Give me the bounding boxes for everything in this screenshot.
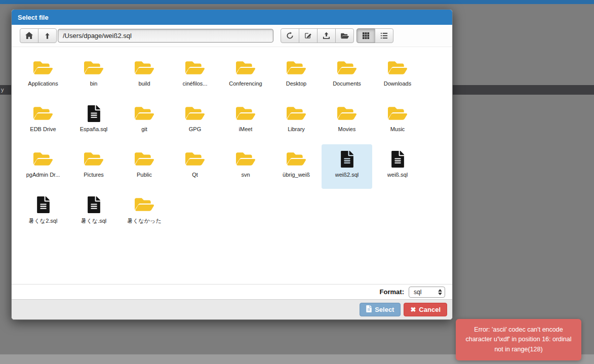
folder-item[interactable]: git (119, 99, 170, 143)
folder-item[interactable]: cinéfilos... (170, 53, 220, 98)
file-name-label: Qt (192, 172, 198, 178)
folder-icon (287, 103, 306, 122)
app-header-bar (0, 0, 594, 4)
folder-icon (287, 149, 306, 168)
file-icon (391, 149, 404, 168)
upload-button[interactable] (317, 28, 336, 43)
folder-item[interactable]: Downloads (372, 53, 423, 98)
folder-icon (287, 58, 306, 76)
file-name-label: git (141, 126, 147, 132)
folder-icon (33, 58, 53, 76)
folder-icon (135, 58, 154, 76)
folder-icon (236, 58, 255, 76)
grid-view-button[interactable] (357, 28, 375, 43)
format-label: Format: (380, 288, 404, 296)
refresh-button[interactable] (281, 28, 299, 43)
up-button[interactable] (38, 28, 57, 43)
file-name-label: Music (390, 126, 405, 132)
error-toast: Error: 'ascii' codec can't encode charac… (456, 319, 581, 360)
path-input[interactable] (58, 29, 273, 43)
cancel-button[interactable]: ✖ Cancel (404, 303, 447, 316)
folder-item[interactable]: Movies (322, 99, 372, 143)
file-item[interactable]: España.sql (68, 99, 119, 143)
folder-item[interactable]: Library (271, 99, 322, 143)
file-icon (88, 194, 100, 213)
background-partial-text: y (1, 87, 4, 93)
file-name-label: GPG (189, 126, 201, 132)
file-name-label: 暑くなかった (127, 217, 161, 225)
folder-item[interactable]: Music (372, 99, 423, 143)
folder-item[interactable]: pgAdmin Dr... (18, 144, 68, 189)
home-button[interactable] (20, 28, 38, 43)
folder-icon (135, 103, 154, 122)
folder-icon (185, 103, 205, 122)
dialog-footer: Select ✖ Cancel (12, 299, 452, 319)
folder-icon (236, 149, 255, 168)
folder-icon (337, 103, 357, 122)
error-toast-text: Error: 'ascii' codec can't encode charac… (465, 326, 571, 353)
file-item[interactable]: 暑くな.sql (68, 190, 119, 234)
dialog-title: Select file (18, 14, 49, 21)
folder-open-icon (341, 32, 349, 39)
format-select[interactable]: sql (409, 287, 445, 298)
file-name-label: übrig_weiß (283, 172, 310, 178)
folder-icon (135, 194, 154, 213)
list-view-icon (380, 32, 388, 39)
folder-item[interactable]: iMeet (220, 99, 271, 143)
folder-icon (33, 149, 53, 168)
file-name-label: weiß2.sql (335, 172, 359, 178)
grid-view-icon (362, 32, 370, 39)
file-name-label: Library (288, 126, 305, 132)
file-name-label: Applications (28, 80, 58, 87)
file-name-label: weiß.sql (387, 172, 408, 178)
folder-item[interactable]: übrig_weiß (271, 144, 322, 189)
folder-icon (84, 149, 103, 168)
cancel-button-label: Cancel (419, 306, 441, 313)
file-item[interactable]: weiß2.sql (322, 144, 372, 189)
folder-item[interactable]: bin (68, 53, 119, 98)
file-icon (88, 103, 100, 122)
folder-item[interactable]: Documents (322, 53, 372, 98)
select-file-dialog: Select file (11, 9, 453, 320)
folder-icon (337, 58, 357, 76)
view-toggle-group (357, 28, 393, 43)
file-name-label: Pictures (84, 172, 104, 178)
folder-item[interactable]: build (119, 53, 170, 98)
format-selected-value: sql (414, 289, 421, 296)
select-button-label: Select (375, 306, 394, 313)
folder-item[interactable]: Qt (170, 144, 220, 189)
create-folder-button[interactable] (335, 28, 354, 43)
folder-item[interactable]: Conferencing (220, 53, 271, 98)
list-view-button[interactable] (375, 28, 393, 43)
folder-item[interactable]: EDB Drive (18, 99, 68, 143)
nav-button-group (20, 28, 57, 43)
folder-item[interactable]: svn (220, 144, 271, 189)
folder-icon (185, 58, 205, 76)
folder-item[interactable]: Public (119, 144, 170, 189)
file-name-label: Documents (333, 80, 361, 87)
folder-item[interactable]: Desktop (271, 53, 322, 98)
file-name-label: España.sql (80, 126, 107, 132)
folder-icon (33, 103, 53, 122)
file-name-label: 暑くな.sql (81, 217, 107, 225)
folder-item[interactable]: Applications (18, 53, 68, 98)
folder-item[interactable]: GPG (170, 99, 220, 143)
file-item[interactable]: 暑くな2.sql (18, 190, 68, 234)
file-name-label: bin (90, 80, 98, 87)
select-button[interactable]: Select (360, 303, 401, 316)
folder-icon (388, 103, 407, 122)
folder-item[interactable]: Pictures (68, 144, 119, 189)
file-icon (341, 149, 353, 168)
file-item[interactable]: weiß.sql (372, 144, 423, 189)
folder-icon (388, 58, 407, 76)
close-icon: ✖ (410, 306, 416, 313)
folder-item[interactable]: 暑くなかった (119, 190, 170, 234)
folder-icon (84, 58, 103, 76)
dialog-header: Select file (12, 10, 452, 25)
file-name-label: iMeet (239, 126, 253, 132)
refresh-icon (286, 32, 294, 39)
file-icon (366, 305, 372, 314)
file-icon (37, 194, 50, 213)
file-name-label: Downloads (384, 80, 411, 87)
rename-button[interactable] (299, 28, 318, 43)
